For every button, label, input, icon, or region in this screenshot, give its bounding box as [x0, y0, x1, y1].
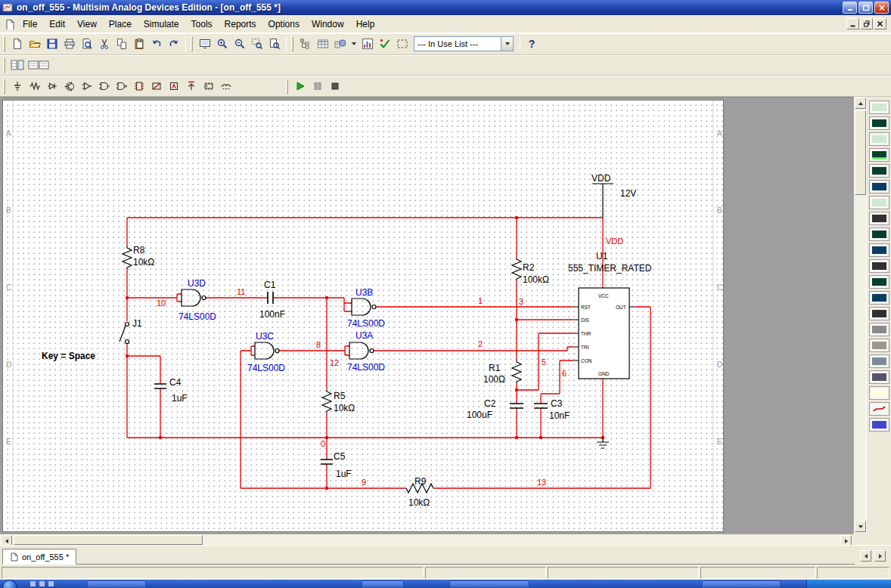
place-cmos-button[interactable] [113, 77, 130, 94]
zoom-in-button[interactable] [213, 36, 231, 53]
minimize-button[interactable] [843, 2, 857, 14]
database-dropdown-arrow[interactable] [349, 36, 359, 53]
label-c4-value[interactable]: 1uF [172, 393, 188, 404]
label-u3b-ref[interactable]: U3B [355, 287, 373, 298]
label-u1-ref[interactable]: U1 [596, 251, 608, 262]
label-r1-value[interactable]: 100Ω [483, 374, 505, 385]
label-r1-ref[interactable]: R1 [489, 363, 501, 373]
place-misc-digital-button[interactable] [130, 77, 147, 94]
menu-edit[interactable]: Edit [43, 17, 71, 32]
toolbar-grip[interactable] [291, 36, 293, 51]
help-button[interactable]: ? [523, 36, 540, 53]
agilent-oscilloscope-icon[interactable] [869, 354, 889, 368]
menu-help[interactable]: Help [350, 17, 381, 32]
menu-options[interactable]: Options [262, 17, 306, 32]
label-u3b-part[interactable]: 74LS00D [347, 318, 385, 329]
wattmeter-icon[interactable] [869, 132, 889, 146]
toolbar-grip[interactable] [3, 36, 5, 51]
switch-j1[interactable] [120, 323, 129, 344]
resistor-r1[interactable] [512, 361, 521, 383]
label-r9-value[interactable]: 10kΩ [408, 497, 430, 508]
mdi-minimize-button[interactable] [846, 18, 859, 29]
network-analyzer-icon[interactable] [869, 307, 889, 320]
mdi-close-button[interactable] [874, 18, 886, 29]
place-indicator-button[interactable] [165, 77, 182, 94]
menu-reports[interactable]: Reports [219, 17, 262, 32]
place-power-button[interactable] [182, 77, 200, 94]
vertical-scroll-thumb[interactable] [855, 110, 866, 195]
label-vdd-value[interactable]: 12V [620, 188, 636, 199]
undo-button[interactable] [147, 36, 165, 53]
pause-simulation-button[interactable] [309, 77, 326, 94]
place-mixed-button[interactable] [147, 77, 165, 94]
capacitor-c5[interactable] [321, 460, 333, 464]
resistor-r8[interactable] [123, 246, 132, 269]
net-2[interactable]: 2 [478, 339, 483, 348]
resistor-r2[interactable] [512, 258, 521, 280]
place-misc-button[interactable] [200, 77, 217, 94]
toggle-fullscreen-button[interactable] [196, 36, 213, 53]
nand-gate-u3b[interactable] [352, 299, 376, 315]
label-r2-value[interactable]: 100kΩ [523, 274, 549, 285]
zoom-area-button[interactable] [248, 36, 265, 53]
vdd-power-symbol[interactable] [592, 184, 613, 218]
start-button[interactable] [2, 580, 17, 588]
title-bar[interactable]: on_off_555 - Multisim Analog Devices Edi… [0, 0, 891, 15]
schematic-canvas[interactable]: A B C D E A B C D E [0, 97, 853, 534]
toolbar-grip[interactable] [286, 79, 288, 94]
copy-button[interactable] [113, 36, 130, 53]
label-j1-key[interactable]: Key = Space [42, 351, 95, 361]
menu-window[interactable]: Window [306, 17, 350, 32]
label-c4-ref[interactable]: C4 [169, 377, 182, 388]
current-clamp-icon[interactable] [869, 418, 889, 432]
place-basic-button[interactable] [26, 77, 43, 94]
oscilloscope-icon[interactable] [869, 148, 889, 162]
close-button[interactable] [874, 2, 889, 14]
toggle-sheet-bar-button[interactable] [26, 57, 51, 74]
in-use-list-combobox[interactable]: --- In Use List --- [414, 36, 514, 51]
label-c2-value[interactable]: 100uF [467, 410, 492, 420]
label-vdd[interactable]: VDD [591, 173, 611, 184]
label-r8-value[interactable]: 10kΩ [133, 257, 154, 268]
schematic-svg[interactable]: A B C D E A B C D E [0, 97, 853, 534]
paste-button[interactable] [130, 36, 147, 53]
net-11[interactable]: 11 [237, 287, 245, 296]
open-file-button[interactable] [26, 36, 43, 53]
database-manager-button[interactable] [331, 36, 349, 53]
nand-gate-u3d[interactable] [182, 289, 206, 306]
function-generator-icon[interactable] [869, 116, 889, 130]
label-u3d-ref[interactable]: U3D [188, 278, 206, 289]
net-5[interactable]: 5 [542, 357, 546, 367]
toolbar-grip[interactable] [3, 79, 5, 94]
taskbar-button-2[interactable] [362, 580, 404, 588]
cut-button[interactable] [95, 36, 113, 53]
menu-view[interactable]: View [71, 17, 103, 32]
label-c1-ref[interactable]: C1 [264, 280, 276, 290]
menu-simulate[interactable]: Simulate [138, 17, 185, 32]
quick-launch-icon[interactable] [30, 581, 36, 586]
measurement-probe-icon[interactable] [869, 402, 889, 416]
run-simulation-button[interactable] [291, 77, 309, 94]
sheet-tab-active[interactable]: on_off_555 * [2, 549, 76, 565]
toolbar-grip[interactable] [3, 57, 5, 73]
net-6[interactable]: 6 [562, 369, 567, 378]
net-10[interactable]: 10 [157, 299, 166, 308]
place-source-button[interactable] [8, 77, 26, 94]
menu-file[interactable]: File [17, 17, 43, 32]
nand-gate-u3a[interactable] [349, 342, 374, 359]
label-c5-ref[interactable]: C5 [334, 451, 346, 462]
scroll-up-button[interactable] [855, 97, 866, 109]
tektronix-oscilloscope-icon[interactable] [869, 370, 889, 384]
label-u3d-part[interactable]: 74LS00D [179, 311, 216, 322]
redo-button[interactable] [165, 36, 182, 53]
ground-symbol[interactable] [597, 438, 609, 448]
place-ttl-button[interactable] [95, 77, 113, 94]
scroll-down-button[interactable] [855, 521, 866, 532]
system-tray[interactable] [806, 580, 891, 588]
quick-launch-icon[interactable] [48, 581, 54, 586]
combobox-dropdown-arrow[interactable] [501, 37, 513, 51]
label-c3-value[interactable]: 10nF [549, 410, 570, 421]
label-r5-value[interactable]: 10kΩ [334, 403, 355, 413]
capacitor-c2[interactable] [510, 404, 523, 408]
zoom-out-button[interactable] [231, 36, 248, 53]
